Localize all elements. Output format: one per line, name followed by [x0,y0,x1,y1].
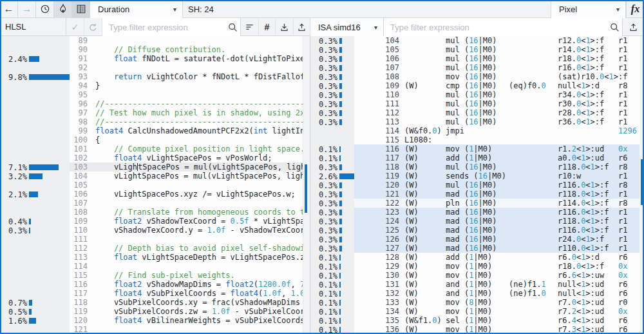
hlsl-line[interactable]: 117 float4 vSubPixelCoords = float4(1.0f… [70,289,303,298]
fx-button[interactable]: fx [626,0,644,18]
hlsl-line[interactable]: 106 vLightSpacePos.xyz /= vLightSpacePos… [70,190,303,199]
asm-line[interactable]: 131(W)and (1|M0)(ne)f1.1null<1>:udr6 [354,280,639,289]
hlsl-line[interactable]: 118 vSubPixelCoords.xy = frac(vShadowMap… [70,298,303,307]
metric-dropdown[interactable]: Duration ▾ [90,0,183,18]
line-number: 112 [70,244,88,253]
asm-line[interactable]: 119(W)sends (16|M0)r10:wr1 [354,172,639,181]
asm-line[interactable]: 109(W)cmp (16|M0)(eq)f0.0null<1>:dr8 [354,81,639,90]
hlsl-line[interactable]: 115 // Find sub-pixel weights. [70,271,303,280]
hlsl-search-button[interactable] [225,18,241,36]
asm-line[interactable]: 132(W)and (1|M0)(ne)f1.0null<1>:udr6 [354,289,639,298]
asm-line[interactable]: 107mul (16|M0)r16.0<1>:fr1 [354,63,639,72]
percent-row: 7.1% [0,162,70,172]
hlsl-line[interactable]: 91 float fNDotL = saturate(-dot(vLightTo… [70,54,303,63]
hotspots-toggle-button[interactable] [54,0,72,18]
asm-line[interactable]: 120(W)mul (16|M0)r116.0<1>:fr8 [354,181,639,190]
asm-line[interactable]: 111mul (16|M0)r30.0<1>:fr1 [354,99,639,108]
hlsl-line[interactable]: 100{ [70,135,303,144]
clock-icon [40,4,50,14]
percent-label: 0.3% [316,37,337,46]
hlsl-line[interactable]: 95 [70,90,303,99]
percent-bar [339,74,342,80]
history-button[interactable] [36,0,54,18]
isa-search-button[interactable] [607,18,623,36]
isa-dropdown[interactable]: ISA simd16 ▾ [310,18,384,36]
hlsl-line[interactable]: 110 vShadowTexCoord.y = 1.0f - vShadowTe… [70,226,303,235]
asm-line[interactable]: 106mul (16|M0)r18.0<1>:fr1 [354,54,639,63]
hlsl-line[interactable]: 101 // Compute pixel position in light s… [70,144,303,153]
asm-line[interactable]: 122(W)pln (16|M0)r114.0<1>:fr8 [354,199,639,208]
asm-opcode: mov (1|M0) [446,307,509,316]
asm-line[interactable]: 108mov (16|M0)(sat)r10.0<1>:f [354,72,639,81]
asm-line[interactable]: 126(W)mad (16|M0)r24.0<1>:fr1 [354,235,639,244]
hlsl-line[interactable]: 94} [70,81,303,90]
hlsl-line[interactable]: 105 [70,181,303,190]
stage-dropdown[interactable]: Pixel ▾ [551,0,626,18]
asm-line[interactable]: 130(W)mov (1|M0)r6.6<1>:uw0x [354,271,639,280]
percent-label: 0.1% [316,299,337,308]
isa-filter-input[interactable] [384,18,607,36]
line-numbers-button[interactable]: # [259,18,276,36]
percent-row: 0.3% [310,199,354,208]
asm-line[interactable]: 105mul (16|M0)r14.0<1>:fr1 [354,45,639,54]
hlsl-line[interactable]: 93 return vLightColor * fNDotL * fDistFa… [70,72,303,81]
percent-label: 0.3% [316,109,337,118]
hlsl-line[interactable]: 90 // Diffuse contribution. [70,45,303,54]
export-right-button[interactable] [623,18,644,36]
asm-src: r8 [618,81,627,90]
export-left-button[interactable] [294,18,310,36]
hlsl-line[interactable]: 103 vLightSpacePos = mul(vLightSpacePos,… [70,162,303,172]
asm-line[interactable]: 134(W)mov (1|M0)r7.2<1>:ud0x [354,307,639,316]
hlsl-line[interactable]: 107 [70,199,303,208]
asm-line[interactable]: 115L1080: [354,135,639,144]
collapse-lines-button[interactable] [241,18,259,36]
hlsl-line[interactable]: 97// Test how much pixel is in shadow, u… [70,108,303,117]
asm-line[interactable]: 104mul (16|M0)r12.0<1>:fr1 [354,36,639,45]
hlsl-line[interactable]: 92 [70,63,303,72]
asm-predicate: (W) [404,81,446,90]
asm-line[interactable]: 118(W)mul (16|M0)r118.0<1>:fr8 [354,162,639,172]
hlsl-filter-input[interactable] [102,18,225,36]
asm-line[interactable]: 117(W)add (1|M0)a0.0<1>:udr6 [354,153,639,162]
asm-line[interactable]: 110mul (16|M0)r34.0<1>:fr1 [354,90,639,99]
profile-columns-toggle-button[interactable] [72,0,90,18]
hlsl-line[interactable]: 98//------------------------------------… [70,117,303,126]
asm-line[interactable]: 121(W)mad (16|M0)r118.0<1>:fr1 [354,190,639,199]
asm-src: r8 [618,199,627,208]
asm-opcode: mad (16|M0) [446,244,509,253]
asm-line[interactable]: 135(W&f1.0)sel (1|M0)r6.4<1>:udr6 [354,316,639,325]
apply-filter-button[interactable]: ✓ [66,18,84,36]
hlsl-line[interactable]: 111 [70,235,303,244]
hlsl-line[interactable]: 89 [70,36,303,45]
asm-line[interactable]: 133(W)mov (8|M0)r7.0<1>:udr0 [354,298,639,307]
asm-line[interactable]: 129(W)mov (1|M0)r18.0<1>:f0x [354,262,639,271]
hlsl-line[interactable]: 116 float2 vShadowMapDims = float2(1280.… [70,280,303,289]
asm-line[interactable]: 114(W&f0.0)jmpi1296 [354,126,639,135]
hlsl-line[interactable]: 104 vLightSpacePos = mul(vLightSpacePos,… [70,172,303,181]
hlsl-line[interactable]: 112 // Depth bias to avoid pixel self-sh… [70,244,303,253]
hlsl-line[interactable]: 113 float vLightSpaceDepth = vLightSpace… [70,253,303,262]
hlsl-line[interactable]: 120 float4 vBilinearWeights = vSubPixelC… [70,316,303,325]
hlsl-scrollbar[interactable] [303,36,310,334]
hlsl-line[interactable]: 99float4 CalcUnshadowedAmountPCF2x2(int … [70,126,303,135]
reset-filter-button[interactable] [84,18,102,36]
hlsl-scroll-thumb[interactable] [305,164,307,213]
hlsl-line[interactable]: 114 [70,262,303,271]
hlsl-line[interactable]: 108 // Translate from homogeneous coords… [70,208,303,217]
asm-line[interactable]: 127(W)mad (16|M0)r110.0<1>:fr1 [354,244,639,253]
import-button[interactable] [276,18,294,36]
hlsl-line[interactable]: 96//------------------------------------… [70,99,303,108]
back-button[interactable]: ← [0,0,18,18]
percent-bar [339,83,342,89]
asm-line[interactable]: 128(W)add (1|M0)r6.0<1>:dr6 [354,253,639,262]
forward-button[interactable]: → [18,0,36,18]
asm-line[interactable]: 113mul (16|M0)r36.0<1>:fr1 [354,117,639,126]
hlsl-line[interactable]: 109 float2 vShadowTexCoord = 0.5f * vLig… [70,217,303,226]
asm-line[interactable]: 124(W)mad (16|M0)r118.0<1>:fr1 [354,217,639,226]
asm-line[interactable]: 125(W)mad (16|M0)r116.0<1>:fr1 [354,226,639,235]
asm-line[interactable]: 123(W)mad (16|M0)r116.0<1>:fr1 [354,208,639,217]
hlsl-line[interactable]: 119 vSubPixelCoords.zw = 1.0f - vSubPixe… [70,307,303,316]
asm-line[interactable]: 112mul (16|M0)r28.0<1>:fr1 [354,108,639,117]
hlsl-line[interactable]: 102 float4 vLightSpacePos = vPosWorld; [70,153,303,162]
asm-line[interactable]: 116(W)mov (1|M0)r1.2<1>:ud0x [354,144,639,153]
